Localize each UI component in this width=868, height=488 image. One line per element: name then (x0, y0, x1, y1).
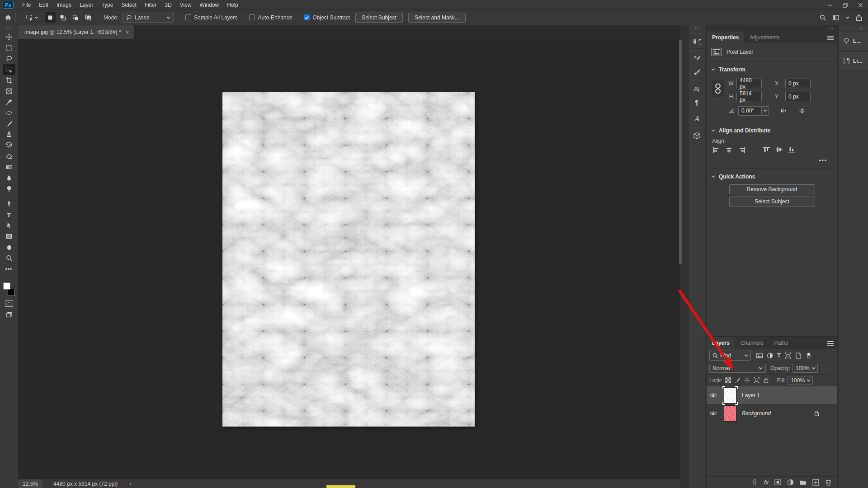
zoom-level-field[interactable]: 12.5% (18, 479, 42, 488)
menu-image[interactable]: Image (52, 0, 75, 10)
y-field[interactable]: 0 px (785, 92, 811, 101)
dodge-tool[interactable] (3, 183, 15, 194)
x-field[interactable]: 0 px (785, 79, 811, 88)
libraries-panel-button[interactable]: Li... (839, 52, 868, 70)
pen-tool[interactable] (3, 198, 15, 209)
brush-settings-panel-icon[interactable] (688, 52, 705, 65)
learn-panel-button[interactable]: L... (839, 32, 868, 51)
menu-type[interactable]: Type (97, 0, 117, 10)
smart-object-filter-icon[interactable] (795, 352, 802, 359)
menu-layer[interactable]: Layer (75, 0, 97, 10)
kind-filter-dropdown[interactable]: Kind (709, 351, 751, 361)
properties-collapse-chevrons[interactable]: ›› (707, 25, 837, 32)
flip-horizontal-icon[interactable] (780, 108, 788, 114)
menu-file[interactable]: File (18, 0, 35, 10)
gradient-tool[interactable] (3, 162, 15, 173)
align-bottom-icon[interactable] (788, 147, 795, 153)
3d-panel-icon[interactable] (688, 129, 705, 142)
menu-3d[interactable]: 3D (160, 0, 175, 10)
adjustment-filter-icon[interactable] (767, 352, 773, 359)
background-color-swatch[interactable] (8, 289, 15, 296)
quick-mask-icon[interactable] (5, 300, 13, 307)
status-more-chevron[interactable]: › (129, 481, 131, 487)
select-subject-button[interactable]: Select Subject (355, 13, 403, 23)
menu-help[interactable]: Help (223, 0, 242, 10)
close-icon[interactable] (853, 0, 868, 10)
paragraph-panel-icon[interactable]: ¶ (688, 95, 705, 109)
menu-select[interactable]: Select (117, 0, 140, 10)
home-icon[interactable] (5, 14, 12, 21)
align-left-icon[interactable] (713, 147, 720, 153)
width-field[interactable]: 4480 px (736, 79, 762, 88)
new-adjustment-icon[interactable] (787, 479, 794, 486)
type-tool[interactable]: T (3, 209, 15, 220)
visibility-eye-icon[interactable] (707, 404, 720, 422)
eyedropper-tool[interactable] (3, 97, 15, 108)
share-icon[interactable] (855, 14, 863, 21)
dock-collapse-chevrons[interactable]: ‹‹ (695, 25, 698, 32)
screen-mode-icon[interactable] (3, 310, 15, 320)
select-and-mask-button[interactable]: Select and Mask... (408, 13, 466, 23)
lock-artboard-icon[interactable] (754, 377, 760, 383)
layer-row-layer1[interactable]: Layer 1 (707, 386, 837, 404)
new-layer-icon[interactable] (812, 479, 819, 486)
hand-tool[interactable] (3, 242, 15, 253)
rectangle-tool[interactable] (3, 231, 15, 242)
lock-all-icon[interactable] (763, 377, 769, 383)
menu-window[interactable]: Window (196, 0, 223, 10)
rectangular-marquee-tool[interactable] (3, 42, 15, 53)
rotation-field[interactable]: 0.00° (738, 106, 762, 116)
history-brush-tool[interactable] (3, 140, 15, 151)
new-selection-icon[interactable] (45, 12, 56, 23)
character-panel-icon[interactable]: A| (688, 82, 705, 95)
align-more-button[interactable]: ••• (711, 157, 827, 164)
history-panel-icon[interactable] (688, 35, 705, 48)
object-selection-tool[interactable] (3, 64, 15, 75)
tab-channels[interactable]: Channels (735, 337, 769, 349)
quick-actions-header[interactable]: Quick Actions (711, 171, 833, 182)
lasso-tool[interactable] (3, 53, 15, 64)
toolbar-collapse-chevrons[interactable]: ›› (7, 25, 11, 32)
layer-thumbnail[interactable] (724, 387, 736, 404)
panel-menu-icon[interactable] (827, 340, 834, 347)
height-field[interactable]: 5914 px (736, 92, 762, 101)
layer-name[interactable]: Background (742, 410, 771, 417)
remove-background-button[interactable]: Remove Background (729, 184, 815, 194)
layer-mask-icon[interactable] (774, 479, 781, 486)
foreground-color-swatch[interactable] (3, 282, 10, 290)
right-dock-collapse-chevrons[interactable]: ‹‹ (839, 25, 868, 32)
filter-toggle-icon[interactable] (806, 352, 812, 359)
align-center-horizontal-icon[interactable] (726, 147, 732, 153)
spot-healing-brush-tool[interactable] (3, 108, 15, 118)
mode-dropdown[interactable]: Lasso (122, 13, 174, 23)
clone-stamp-tool[interactable] (3, 129, 15, 140)
glyphs-panel-icon[interactable]: A (688, 112, 705, 126)
zoom-tool[interactable] (3, 253, 15, 263)
new-group-icon[interactable] (800, 479, 807, 486)
chevron-down-icon[interactable] (762, 106, 769, 116)
document-tab[interactable]: image.jpg @ 12.5% (Layer 1, RGB/8#) * × (18, 25, 135, 39)
workspace-icon[interactable] (832, 14, 840, 21)
panel-scrollbar-thumb[interactable] (679, 40, 682, 264)
move-tool[interactable] (3, 32, 15, 42)
flip-vertical-icon[interactable] (798, 108, 806, 114)
link-dimensions-icon[interactable] (712, 80, 724, 97)
align-middle-vertical-icon[interactable] (776, 147, 783, 153)
background-lock-icon[interactable] (814, 410, 819, 416)
link-layers-icon[interactable] (751, 479, 758, 486)
auto-enhance-checkbox[interactable]: Auto-Enhance (249, 14, 292, 21)
menu-edit[interactable]: Edit (35, 0, 52, 10)
tab-layers[interactable]: Layers (707, 337, 735, 349)
tab-paths[interactable]: Paths (769, 337, 793, 349)
blend-mode-dropdown[interactable]: Normal (709, 364, 766, 373)
layer-name[interactable]: Layer 1 (742, 392, 760, 399)
lock-position-icon[interactable] (744, 377, 750, 383)
menu-view[interactable]: View (176, 0, 196, 10)
select-subject-button-panel[interactable]: Select Subject (729, 197, 815, 206)
lock-transparent-icon[interactable] (725, 377, 731, 383)
visibility-eye-icon[interactable] (707, 386, 720, 404)
tab-adjustments[interactable]: Adjustments (744, 32, 785, 43)
close-tab-icon[interactable]: × (126, 29, 129, 36)
align-right-icon[interactable] (738, 147, 745, 153)
transform-header[interactable]: Transform (711, 64, 833, 75)
